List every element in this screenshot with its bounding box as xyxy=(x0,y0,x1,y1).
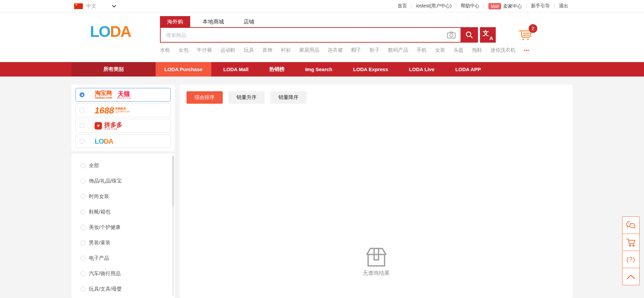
platform-option-loda[interactable]: LODA xyxy=(75,134,171,148)
topbar-link-beginner-guide[interactable]: 新手引导 xyxy=(527,3,554,9)
more-links-ellipsis-icon[interactable]: ••• xyxy=(524,48,530,53)
category-list: 全部 饰品/礼品/珠宝 时尚女装 鞋靴/箱包 美妆/个护健康 xyxy=(71,158,175,297)
radio-icon[interactable] xyxy=(80,240,86,245)
language-label: 中文 xyxy=(86,3,96,9)
platform-option-pinduoduo[interactable]: ♥ 拼多多 多实惠·多乐趣 xyxy=(75,119,171,133)
platform-option-1688[interactable]: 1688 采购批发 上1688.com xyxy=(75,103,171,117)
back-to-top-button[interactable] xyxy=(622,268,640,285)
search-input[interactable] xyxy=(161,28,447,42)
cart-button[interactable]: 2 xyxy=(518,29,532,42)
quick-link[interactable]: 帽子 xyxy=(351,47,361,53)
camera-icon[interactable] xyxy=(447,31,456,39)
nav-item-img-search[interactable]: Img Search xyxy=(297,62,341,77)
chevron-down-icon[interactable] xyxy=(112,5,116,8)
quick-link[interactable]: 玩具 xyxy=(244,47,254,53)
sort-sales-asc-button[interactable]: 销量升序 xyxy=(228,91,265,104)
translate-icon-latin: A xyxy=(489,35,493,41)
category-option[interactable]: 全部 xyxy=(71,158,175,173)
category-label: 汽车/骑行用品 xyxy=(89,270,120,277)
nav-item-hot-rank[interactable]: 热销榜 xyxy=(261,62,293,77)
help-button[interactable]: (?) xyxy=(622,251,640,268)
topbar-link-home[interactable]: 首页 xyxy=(393,3,411,9)
translate-button[interactable]: 文 A xyxy=(480,27,496,43)
quick-link[interactable]: 数码产品 xyxy=(388,47,408,53)
radio-icon[interactable] xyxy=(79,123,85,128)
tmall-logo: 天猫 理想生活上天猫 xyxy=(117,91,131,99)
scrollbar-thumb[interactable] xyxy=(172,156,174,206)
china-flag-icon: ★ xyxy=(74,3,83,9)
quick-link[interactable]: 首饰 xyxy=(262,47,272,53)
radio-icon[interactable] xyxy=(80,256,86,261)
quick-link[interactable]: 衬衫 xyxy=(281,47,291,53)
nav-item-loda-live[interactable]: LODA Live xyxy=(400,62,443,77)
all-categories-button[interactable]: 所有类别 xyxy=(71,62,156,77)
topbar-link-logout[interactable]: 退出 xyxy=(554,3,573,9)
radio-icon[interactable] xyxy=(80,287,86,292)
quick-link[interactable]: 女包 xyxy=(178,47,189,53)
sidebar-scrollbar[interactable] xyxy=(172,156,174,296)
loda-logo[interactable]: LODA xyxy=(90,24,131,39)
quick-link[interactable]: 家居用品 xyxy=(299,47,319,53)
search-box xyxy=(160,27,478,43)
tab-shops[interactable]: 店铺 xyxy=(236,16,261,27)
wechat-contact-button[interactable] xyxy=(622,216,640,234)
logo-1688: 1688 采购批发 上1688.com xyxy=(95,106,130,115)
radio-icon[interactable] xyxy=(80,163,86,168)
category-option[interactable]: 玩具/文具/母婴 xyxy=(71,281,175,297)
quick-link[interactable]: 鞋子 xyxy=(370,47,380,53)
category-option[interactable]: 美妆/个护健康 xyxy=(71,219,175,235)
platform-option-taobao-tmall[interactable]: 淘宝网 Taobao.com 天猫 理想生活上天猫 xyxy=(75,88,171,102)
category-option[interactable]: 鞋靴/箱包 xyxy=(71,204,175,219)
category-label: 时尚女装 xyxy=(89,193,109,200)
category-option[interactable]: 时尚女装 xyxy=(71,189,175,204)
search-zone: 海外购 本地商城 店铺 文 A xyxy=(160,16,532,53)
language-selector[interactable]: ★ 中文 xyxy=(74,3,116,9)
category-label: 电子产品 xyxy=(89,255,109,261)
nav-item-loda-purchase[interactable]: LODA Purchase xyxy=(156,62,211,77)
radio-icon[interactable] xyxy=(79,139,85,144)
topbar-link-seller-center[interactable]: Mall卖家中心 xyxy=(484,3,526,9)
category-label: 饰品/礼品/珠宝 xyxy=(89,178,122,184)
pinduoduo-heart-icon: ♥ xyxy=(95,122,102,130)
radio-icon[interactable] xyxy=(80,271,86,276)
quick-link[interactable]: 水枪 xyxy=(160,47,170,53)
radio-icon[interactable] xyxy=(80,179,86,184)
topbar-link-help-center[interactable]: 帮助中心 xyxy=(456,3,484,9)
quick-link[interactable]: 连衣裙 xyxy=(328,47,343,53)
category-label: 男装/童装 xyxy=(89,240,110,246)
category-option[interactable]: 饰品/礼品/珠宝 xyxy=(71,173,175,189)
quick-link[interactable]: 女装 xyxy=(435,47,445,53)
category-option[interactable]: 汽车/骑行用品 xyxy=(71,266,175,281)
radio-icon[interactable] xyxy=(80,194,86,199)
nav-item-loda-express[interactable]: LODA Express xyxy=(344,62,397,77)
question-mark-icon: (?) xyxy=(627,256,635,263)
tab-overseas-purchase[interactable]: 海外购 xyxy=(160,16,190,27)
sidebar: 淘宝网 Taobao.com 天猫 理想生活上天猫 1688 xyxy=(71,85,175,298)
radio-icon[interactable] xyxy=(80,225,86,230)
category-option[interactable]: 男装/童装 xyxy=(71,235,175,250)
cart-shortcut-button[interactable] xyxy=(622,234,640,251)
quick-link[interactable]: 牛仔裤 xyxy=(197,47,212,53)
cart-count-badge: 2 xyxy=(529,24,537,33)
quick-link[interactable]: 迷你洗衣机 xyxy=(490,47,516,53)
topbar-links: 首页 iostest(用户中心) 帮助中心 Mall卖家中心 新手引导 退出 xyxy=(393,3,573,9)
magnifier-icon xyxy=(465,31,473,39)
loda-small-logo: LODA xyxy=(95,138,113,145)
category-label: 鞋靴/箱包 xyxy=(89,209,110,215)
quick-link[interactable]: 拖鞋 xyxy=(472,47,482,53)
radio-icon[interactable] xyxy=(80,209,86,214)
tab-local-mall[interactable]: 本地商城 xyxy=(196,16,231,27)
category-option[interactable]: 电子产品 xyxy=(71,250,175,266)
quick-link[interactable]: 头盔 xyxy=(453,47,464,53)
radio-icon[interactable] xyxy=(79,108,85,113)
topbar-link-user-center[interactable]: iostest(用户中心) xyxy=(412,3,456,9)
search-button[interactable] xyxy=(461,27,478,43)
nav-item-loda-app[interactable]: LODA APP xyxy=(446,62,489,77)
quick-links-row: 水枪女包牛仔裤运动鞋玩具首饰衬衫家居用品连衣裙帽子鞋子数码产品手机女装头盔拖鞋迷… xyxy=(160,47,532,53)
quick-link[interactable]: 运动鞋 xyxy=(220,47,235,53)
sort-sales-desc-button[interactable]: 销量降序 xyxy=(270,91,307,104)
quick-link[interactable]: 手机 xyxy=(417,47,427,53)
nav-item-loda-mall[interactable]: LODA Mall xyxy=(215,62,257,77)
sort-composite-button[interactable]: 综合排序 xyxy=(186,91,223,104)
radio-checked-icon[interactable] xyxy=(79,92,85,97)
